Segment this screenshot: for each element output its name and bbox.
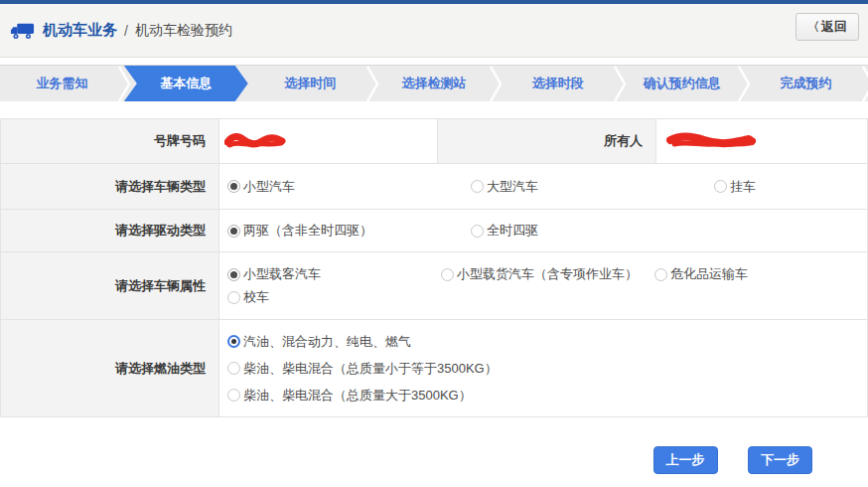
radio-option-label: 危化品运输车 <box>670 265 748 283</box>
radio-option-small-car[interactable]: 小型汽车 <box>227 178 471 196</box>
radio-option-hazmat-transport[interactable]: 危化品运输车 <box>654 265 748 283</box>
radio-unselected-icon[interactable] <box>654 268 667 281</box>
step-tab-select-time[interactable]: 选择时间 <box>248 66 372 101</box>
step-separator-chevron <box>737 66 751 102</box>
plate-number-value-cell <box>219 119 438 163</box>
radio-selected-icon[interactable] <box>227 335 240 348</box>
radio-unselected-icon[interactable] <box>471 225 484 238</box>
radio-option-large-car[interactable]: 大型汽车 <box>471 178 714 196</box>
options-line: 汽油、混合动力、纯电、燃气 <box>227 333 411 351</box>
step-tab-basic-info[interactable]: 基本信息 <box>124 66 248 101</box>
radio-option-diesel-under-3500kg[interactable]: 柴油、柴电混合（总质量小于等于3500KG） <box>227 360 498 378</box>
plate-redaction-scribble <box>224 132 286 150</box>
fuel-type-label: 请选择燃油类型 <box>1 320 219 416</box>
step-label: 完成预约 <box>781 75 832 92</box>
radio-unselected-icon[interactable] <box>227 389 240 402</box>
step-tab-confirm-info[interactable]: 确认预约信息 <box>620 66 744 101</box>
drive-type-options: 两驱（含非全时四驱） 全时四驱 <box>219 210 867 251</box>
options-line: 校车 <box>227 288 269 306</box>
radio-option-label: 小型汽车 <box>243 178 295 196</box>
breadcrumb-current-page: 机动车检验预约 <box>135 22 232 40</box>
radio-unselected-icon[interactable] <box>471 180 484 193</box>
radio-selected-icon[interactable] <box>227 180 240 193</box>
row-vehicle-attribute: 请选择车辆属性 小型载客汽车 小型载货汽车（含专项作业车） 危化品运输车 <box>1 252 867 320</box>
back-button-label: 返回 <box>821 18 847 36</box>
radio-option-label: 两驱（含非全时四驱） <box>243 222 372 240</box>
vehicle-type-label: 请选择车辆类型 <box>1 164 219 209</box>
breadcrumb-divider: / <box>124 23 128 39</box>
radio-option-full-time-4wd[interactable]: 全时四驱 <box>471 222 538 240</box>
step-label: 选择检测站 <box>402 75 467 92</box>
step-tab-select-station[interactable]: 选择检测站 <box>372 66 497 101</box>
row-fuel-type: 请选择燃油类型 汽油、混合动力、纯电、燃气 柴油、柴电混合（总质量小于等于350… <box>1 320 867 417</box>
radio-option-label: 柴油、柴电混合（总质量小于等于3500KG） <box>243 360 498 378</box>
vehicle-attribute-label: 请选择车辆属性 <box>1 252 219 319</box>
row-plate-owner: 号牌号码 所有人 <box>1 119 867 164</box>
options-line: 柴油、柴电混合（总质量大于3500KG） <box>227 387 472 405</box>
vehicle-inspection-appointment-page: 机动车业务 / 机动车检验预约 〈 返回 业务需知 基本信息 选择时间 选择检测… <box>0 0 868 487</box>
vehicle-type-options: 小型汽车 大型汽车 挂车 <box>219 164 867 209</box>
step-separator-chevron <box>613 66 627 102</box>
radio-unselected-icon[interactable] <box>714 180 727 193</box>
step-separator-chevron <box>365 66 379 102</box>
step-label: 确认预约信息 <box>644 75 721 92</box>
step-label: 基本信息 <box>160 75 212 92</box>
step-tab-notice[interactable]: 业务需知 <box>0 66 124 101</box>
row-drive-type: 请选择驱动类型 两驱（含非全时四驱） 全时四驱 <box>1 210 867 252</box>
radio-option-label: 汽油、混合动力、纯电、燃气 <box>243 333 411 351</box>
radio-option-diesel-over-3500kg[interactable]: 柴油、柴电混合（总质量大于3500KG） <box>227 387 472 405</box>
step-tab-complete[interactable]: 完成预约 <box>744 66 868 101</box>
radio-option-small-passenger[interactable]: 小型载客汽车 <box>227 265 441 283</box>
radio-unselected-icon[interactable] <box>227 362 240 375</box>
radio-option-small-cargo[interactable]: 小型载货汽车（含专项作业车） <box>441 265 654 283</box>
back-chevron-icon: 〈 <box>807 19 819 36</box>
radio-option-label: 校车 <box>243 288 269 306</box>
step-label: 选择时间 <box>284 75 336 92</box>
step-label: 选择时段 <box>532 75 584 92</box>
radio-option-label: 小型载货汽车（含专项作业车） <box>457 265 638 283</box>
radio-selected-icon[interactable] <box>227 225 240 238</box>
next-step-button[interactable]: 下一步 <box>748 446 812 474</box>
back-button[interactable]: 〈 返回 <box>796 13 859 41</box>
radio-option-label: 小型载客汽车 <box>243 265 321 283</box>
row-vehicle-type: 请选择车辆类型 小型汽车 大型汽车 挂车 <box>1 164 867 210</box>
owner-value-cell <box>656 119 867 163</box>
step-wizard-nav: 业务需知 基本信息 选择时间 选择检测站 选择时段 确认预约信息 完成预约 <box>0 65 868 101</box>
owner-redaction-scribble <box>666 132 756 150</box>
radio-option-label: 全时四驱 <box>487 222 538 240</box>
radio-option-school-bus[interactable]: 校车 <box>227 288 269 306</box>
vehicle-attribute-options: 小型载客汽车 小型载货汽车（含专项作业车） 危化品运输车 校车 <box>219 252 867 319</box>
step-separator-chevron <box>861 66 868 102</box>
fuel-type-options: 汽油、混合动力、纯电、燃气 柴油、柴电混合（总质量小于等于3500KG） 柴油、… <box>219 320 867 416</box>
step-separator-chevron <box>489 66 503 102</box>
radio-option-two-wheel-drive[interactable]: 两驱（含非全时四驱） <box>227 222 471 240</box>
radio-option-trailer[interactable]: 挂车 <box>714 178 756 196</box>
options-line: 小型载客汽车 小型载货汽车（含专项作业车） 危化品运输车 <box>227 265 748 283</box>
footer-actions: 上一步 下一步 <box>0 446 868 474</box>
radio-unselected-icon[interactable] <box>227 291 240 304</box>
truck-icon <box>10 21 35 41</box>
radio-option-label: 大型汽车 <box>487 178 538 196</box>
owner-label: 所有人 <box>438 119 656 163</box>
header-bar: 机动车业务 / 机动车检验预约 〈 返回 <box>0 4 868 58</box>
step-tab-select-slot[interactable]: 选择时段 <box>496 66 620 101</box>
breadcrumb-section-title: 机动车业务 <box>43 21 117 40</box>
plate-number-label: 号牌号码 <box>1 119 219 163</box>
radio-option-gasoline-hybrid-electric-gas[interactable]: 汽油、混合动力、纯电、燃气 <box>227 333 411 351</box>
basic-info-form: 号牌号码 所有人 请选择车辆类型 <box>0 118 868 417</box>
radio-option-label: 挂车 <box>730 178 756 196</box>
step-label: 业务需知 <box>36 75 87 92</box>
step-separator-chevron <box>117 66 131 102</box>
drive-type-label: 请选择驱动类型 <box>1 210 219 251</box>
previous-step-button[interactable]: 上一步 <box>653 446 718 474</box>
radio-option-label: 柴油、柴电混合（总质量大于3500KG） <box>243 387 472 405</box>
radio-selected-icon[interactable] <box>227 268 240 281</box>
options-line: 柴油、柴电混合（总质量小于等于3500KG） <box>227 360 498 378</box>
radio-unselected-icon[interactable] <box>441 268 454 281</box>
